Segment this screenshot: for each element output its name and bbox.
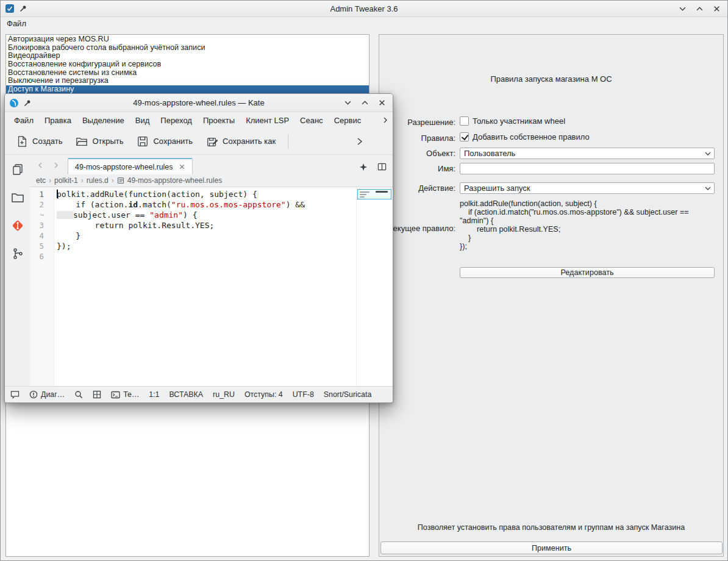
breadcrumb-item[interactable]: rules.d xyxy=(87,176,109,185)
breadcrumb-item[interactable]: polkit-1 xyxy=(54,176,78,185)
code-line[interactable]: } xyxy=(57,230,356,241)
close-button[interactable] xyxy=(377,98,387,108)
close-button[interactable] xyxy=(712,4,721,13)
list-item[interactable]: Блокировка рабочего стола выбранной учёт… xyxy=(6,44,369,52)
cursor-position-status[interactable]: 1:1 xyxy=(149,390,159,399)
menubar-item[interactable]: Файл xyxy=(9,114,39,127)
list-item[interactable]: Выключение и перезагрузка xyxy=(6,77,369,85)
permission-checkbox[interactable] xyxy=(460,116,469,126)
line-number: 6 xyxy=(30,251,54,262)
minimize-button[interactable] xyxy=(677,4,687,13)
git-panel-button[interactable] xyxy=(10,218,25,233)
breadcrumb: etc › polkit-1 › rules.d › 49-mos-appsto… xyxy=(30,174,393,187)
menu-overflow-button[interactable] xyxy=(382,116,389,124)
breadcrumb-item[interactable]: 49-mos-appstore-wheel.rules xyxy=(127,176,222,185)
menubar-item[interactable]: Сеанс xyxy=(294,114,329,127)
minimap[interactable] xyxy=(356,187,393,386)
kate-window-title: 49-mos-appstore-wheel.rules — Kate xyxy=(5,98,393,107)
new-file-button[interactable]: Создать xyxy=(12,132,66,151)
line-number: 1 xyxy=(30,189,54,199)
line-number: 3 xyxy=(30,220,54,230)
list-item[interactable]: Авторизация через MOS.RU xyxy=(6,35,369,44)
document-save-as-icon xyxy=(206,135,218,148)
dictionary-status[interactable]: ru_RU xyxy=(213,390,235,399)
main-window-title: Admin Tweaker 3.6 xyxy=(1,4,727,13)
maximize-button[interactable] xyxy=(694,4,704,13)
diagnostics-button[interactable]: Диаг… xyxy=(29,390,65,399)
insert-mode-status[interactable]: ВСТАВКА xyxy=(170,390,204,399)
chevron-right-icon xyxy=(382,116,389,124)
wrap-marker: ↪ xyxy=(30,210,54,220)
kate-menubar: ФайлПравкаВыделениеВидПереходПроектыКлие… xyxy=(5,112,393,128)
highlighting-mode-status[interactable]: Snort/Suricata xyxy=(324,390,372,399)
list-item[interactable]: Видеодрайвер xyxy=(6,52,369,60)
encoding-status[interactable]: UTF-8 xyxy=(293,390,314,399)
snippets-panel-button[interactable] xyxy=(93,390,101,399)
menubar-item[interactable]: Сервис xyxy=(329,114,367,127)
edit-button[interactable]: Редактировать xyxy=(460,267,715,278)
rules-checkbox-label: Добавить собственное правило xyxy=(473,132,590,141)
split-view-icon[interactable] xyxy=(377,162,387,171)
indentation-status[interactable]: Отступы: 4 xyxy=(244,390,283,399)
documents-panel-button[interactable] xyxy=(10,162,25,177)
tab-rules-file[interactable]: 49-mos-appstore-wheel.rules xyxy=(68,158,193,174)
save-button[interactable]: Сохранить xyxy=(133,132,196,151)
object-select[interactable]: Пользователь xyxy=(460,148,715,159)
toolbar-overflow-button[interactable] xyxy=(355,137,365,146)
tab-close-icon[interactable] xyxy=(179,163,185,170)
pin-icon[interactable] xyxy=(19,4,27,13)
rules-checkbox[interactable] xyxy=(460,132,469,141)
kate-titlebar: 49-mos-appstore-wheel.rules — Kate xyxy=(5,94,393,112)
code-line[interactable]: }); xyxy=(57,241,356,251)
maximize-button[interactable] xyxy=(360,98,369,108)
list-item[interactable]: Доступ к Магазину xyxy=(6,85,369,94)
toolbar-button-label: Сохранить xyxy=(153,137,193,146)
diagnostics-icon xyxy=(11,247,24,260)
name-input[interactable] xyxy=(460,163,715,174)
breadcrumb-item[interactable]: etc xyxy=(36,176,46,185)
open-file-button[interactable]: Открыть xyxy=(72,132,127,151)
minimize-button[interactable] xyxy=(343,98,352,108)
code-line[interactable] xyxy=(57,251,356,262)
code-editor[interactable]: 12↪3456 polkit.addRule(function(action, … xyxy=(30,187,393,386)
menubar-item[interactable]: Переход xyxy=(155,114,198,127)
toolbar-button-label: Сохранить как xyxy=(223,137,276,146)
chevron-up-icon xyxy=(696,5,704,13)
menubar-item[interactable]: Вид xyxy=(130,114,155,127)
current-rule-text: polkit.addRule(function(action, subject)… xyxy=(460,199,719,251)
action-select[interactable]: Разрешить запуск xyxy=(460,182,715,194)
tab-forward-button[interactable] xyxy=(48,157,64,173)
menubar-item[interactable]: Выделение xyxy=(77,114,130,127)
apply-button[interactable]: Применить xyxy=(380,541,723,554)
minimap-view-indicator[interactable] xyxy=(357,189,391,199)
search-replace-button[interactable] xyxy=(74,390,83,399)
breadcrumb-separator: › xyxy=(49,176,51,185)
folder-icon xyxy=(11,191,24,204)
document-open-icon xyxy=(76,135,88,148)
save-as-button[interactable]: Сохранить как xyxy=(202,132,279,151)
chevron-right-icon xyxy=(52,162,60,169)
code-line[interactable]: if (action.id.match("ru.mos.os.mos-appst… xyxy=(57,199,356,210)
output-panel-button[interactable] xyxy=(10,390,20,399)
filesystem-panel-button[interactable] xyxy=(10,190,25,205)
breadcrumb-separator: › xyxy=(81,176,84,185)
code-line[interactable]: return polkit.Result.YES; xyxy=(57,220,356,230)
tab-back-button[interactable] xyxy=(32,157,48,173)
list-item[interactable]: Восстановление конфигураций и сервисов xyxy=(6,60,369,69)
menubar-item[interactable]: Проекты xyxy=(198,114,240,127)
code-line[interactable]: polkit.addRule(function(action, subject)… xyxy=(57,189,356,199)
new-tab-icon[interactable] xyxy=(359,163,368,171)
chevron-up-icon xyxy=(361,99,369,107)
grid-icon xyxy=(93,390,101,399)
list-item[interactable]: Восстановление системы из снимка xyxy=(6,69,369,77)
terminal-button[interactable]: Те… xyxy=(111,390,139,399)
menu-file[interactable]: Файл xyxy=(2,18,31,29)
code-lines[interactable]: polkit.addRule(function(action, subject)… xyxy=(54,187,356,386)
diagnostics-panel-button[interactable] xyxy=(10,246,25,261)
menubar-item[interactable]: Правка xyxy=(39,114,77,127)
menubar-item[interactable]: Клиент LSP xyxy=(240,114,294,127)
document-new-icon xyxy=(16,135,28,148)
toolbar-button-label: Открыть xyxy=(92,137,123,146)
code-line[interactable]: subject.user == "admin") { xyxy=(57,210,356,220)
pin-icon[interactable] xyxy=(23,99,32,107)
